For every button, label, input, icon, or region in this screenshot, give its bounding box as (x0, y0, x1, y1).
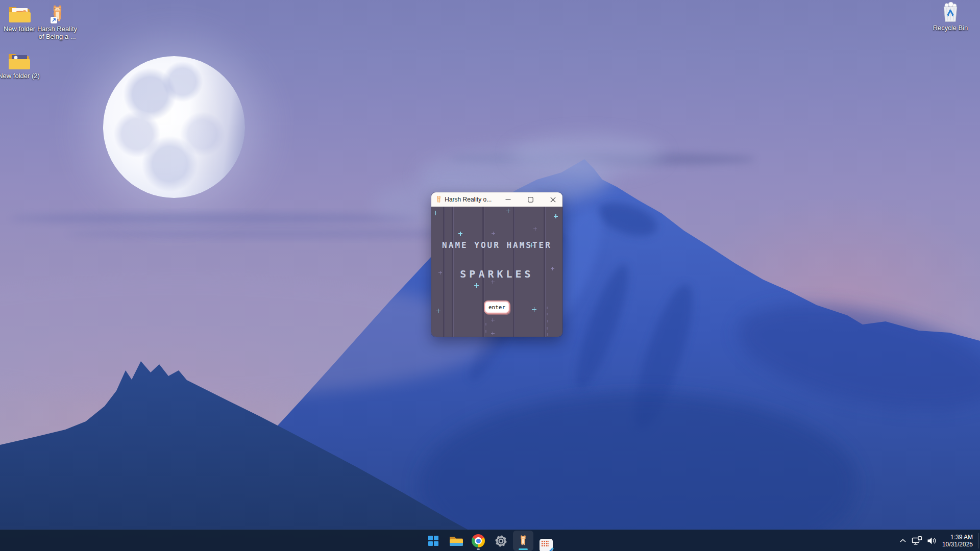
icon-label: New folder (4, 25, 35, 33)
pen-icon (548, 546, 554, 551)
taskbar-clock[interactable]: 1:39 AM 10/31/2025 (939, 534, 978, 548)
close-icon (550, 197, 556, 203)
file-explorer-button[interactable] (446, 531, 466, 551)
paint-app-button[interactable] (540, 539, 553, 551)
taskbar-center-icons (423, 530, 533, 551)
shortcut-arrow-icon (51, 17, 57, 23)
maximize-icon (528, 197, 533, 203)
enter-button[interactable]: enter (484, 300, 510, 314)
game-window: Harsh Reality o... NAME (431, 192, 562, 337)
hamster-name-value: SPARKLES (431, 268, 562, 280)
desktop-icon-new-folder-2[interactable]: New folder (2) (0, 51, 42, 80)
icon-label: New folder (2) (0, 72, 40, 80)
close-button[interactable] (544, 192, 562, 207)
start-button[interactable] (423, 531, 444, 551)
hamster-game-button[interactable] (513, 531, 533, 551)
window-title: Harsh Reality o... (445, 196, 492, 203)
minimize-button[interactable] (499, 192, 518, 207)
ethernet-icon (912, 536, 923, 545)
recycle-bin-icon (941, 3, 960, 22)
game-content: NAME YOUR HAMSTER SPARKLES enter (431, 207, 562, 337)
desktop-icon-recycle-bin[interactable]: Recycle Bin (927, 3, 974, 32)
settings-button[interactable] (491, 531, 511, 551)
chrome-icon (472, 534, 485, 547)
folder-icon (8, 4, 31, 23)
active-app-indicator (519, 548, 528, 550)
window-hamster-icon (436, 195, 441, 204)
show-desktop-button[interactable] (978, 533, 980, 548)
settings-gear-icon (494, 534, 508, 548)
hamster-pixel-icon (52, 4, 63, 23)
maximize-button[interactable] (521, 192, 540, 207)
file-explorer-icon (449, 535, 463, 547)
speaker-icon (927, 537, 937, 545)
tray-date: 10/31/2025 (942, 541, 973, 548)
folder-icon (7, 51, 31, 70)
name-prompt-text: NAME YOUR HAMSTER (431, 240, 562, 250)
tray-time: 1:39 AM (942, 534, 973, 541)
window-titlebar[interactable]: Harsh Reality o... (431, 192, 562, 207)
icon-label: Recycle Bin (933, 24, 968, 32)
icon-label: Harsh Reality of Being a ... (35, 25, 79, 40)
taskbar: 1:39 AM 10/31/2025 (0, 530, 980, 551)
chrome-button[interactable] (468, 531, 488, 551)
network-button[interactable] (910, 532, 925, 550)
chevron-up-icon (899, 538, 906, 544)
system-tray: 1:39 AM 10/31/2025 (896, 530, 978, 551)
windows-logo-icon (428, 536, 438, 546)
hidden-icons-chevron[interactable] (896, 532, 910, 550)
hamster-game-icon (520, 535, 527, 546)
minimize-icon (505, 197, 511, 203)
desktop-icon-hamster-shortcut[interactable]: Harsh Reality of Being a ... (34, 4, 81, 40)
volume-button[interactable] (925, 532, 939, 550)
chrome-running-indicator (477, 548, 480, 550)
